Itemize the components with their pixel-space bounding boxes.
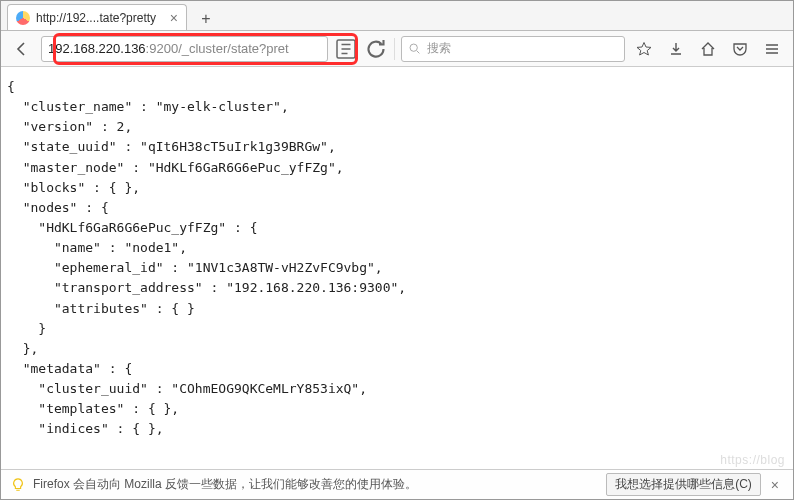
toolbar-divider <box>394 38 395 60</box>
home-button[interactable] <box>695 36 721 62</box>
star-icon <box>636 41 652 57</box>
book-icon <box>334 37 358 61</box>
browser-tab[interactable]: http://192....tate?pretty × <box>7 4 187 30</box>
tab-bar: http://192....tate?pretty × + <box>1 1 793 31</box>
back-button[interactable] <box>9 36 35 62</box>
hamburger-icon <box>764 41 780 57</box>
page-content[interactable]: { "cluster_name" : "my-elk-cluster", "ve… <box>1 67 793 471</box>
lightbulb-icon <box>11 478 25 492</box>
toolbar: 192.168.220.136:9200/_cluster/state?pret… <box>1 31 793 67</box>
search-input[interactable]: 搜索 <box>401 36 625 62</box>
reload-icon <box>364 37 388 61</box>
download-icon <box>668 41 684 57</box>
close-icon[interactable]: × <box>170 10 178 26</box>
pocket-button[interactable] <box>727 36 753 62</box>
reload-button[interactable] <box>364 37 388 61</box>
url-path: :9200/_cluster/state?pret <box>146 41 289 56</box>
menu-button[interactable] <box>759 36 785 62</box>
notification-bar: Firefox 会自动向 Mozilla 反馈一些数据，让我们能够改善您的使用体… <box>1 469 793 499</box>
home-icon <box>700 41 716 57</box>
downloads-button[interactable] <box>663 36 689 62</box>
url-host: 192.168.220.136 <box>48 41 146 56</box>
search-placeholder: 搜索 <box>427 40 451 57</box>
elasticsearch-favicon <box>16 11 30 25</box>
search-icon <box>408 42 421 55</box>
choose-info-button[interactable]: 我想选择提供哪些信息(C) <box>606 473 761 496</box>
tab-title: http://192....tate?pretty <box>36 11 164 25</box>
new-tab-button[interactable]: + <box>193 8 219 30</box>
pocket-icon <box>732 41 748 57</box>
svg-point-1 <box>410 44 417 51</box>
notification-message: Firefox 会自动向 Mozilla 反馈一些数据，让我们能够改善您的使用体… <box>33 476 417 493</box>
arrow-left-icon <box>14 41 30 57</box>
reader-mode-button[interactable] <box>334 37 358 61</box>
url-input[interactable]: 192.168.220.136:9200/_cluster/state?pret <box>41 36 328 62</box>
watermark-text: https://blog <box>720 453 785 467</box>
close-icon[interactable]: × <box>767 477 783 493</box>
bookmark-button[interactable] <box>631 36 657 62</box>
